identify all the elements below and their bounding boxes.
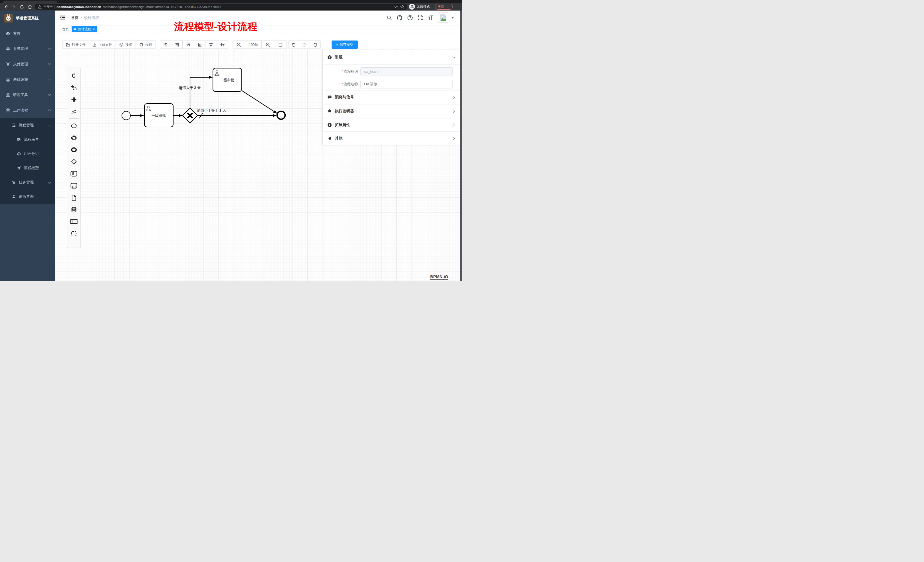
- fullscreen-icon[interactable]: [417, 15, 423, 21]
- task-level1-approve[interactable]: 一级审批: [144, 103, 173, 127]
- align-right-button[interactable]: [171, 40, 183, 49]
- tag-close-icon[interactable]: ×: [93, 28, 95, 31]
- exclusive-gateway[interactable]: [183, 108, 198, 123]
- properties-panel: 常规 *流程标识 oa_leave *流程名称 OA 请假 消息与信号: [323, 50, 460, 145]
- flow-label-le1[interactable]: 请假小于等于 1 天: [197, 108, 226, 112]
- align-center-vertical-button[interactable]: [217, 40, 228, 49]
- sidebar-item-user-group[interactable]: 用户分组: [0, 147, 55, 161]
- align-left-button[interactable]: [160, 40, 171, 49]
- incognito-label: 无痕模式: [417, 4, 430, 9]
- tag-design-process[interactable]: 设计流程 ×: [72, 26, 97, 32]
- section-extended-attributes[interactable]: 扩展属性: [323, 118, 460, 132]
- sidebar-item-process-model[interactable]: 流程模型: [0, 161, 55, 175]
- reload-icon[interactable]: [19, 4, 25, 10]
- process-key-input[interactable]: oa_leave: [360, 67, 453, 76]
- intermediate-event-tool[interactable]: [68, 132, 80, 144]
- font-size-icon[interactable]: [428, 15, 434, 21]
- browser-update-button[interactable]: 更新 ⋮: [435, 4, 453, 10]
- zoom-out-button[interactable]: [232, 40, 245, 49]
- bell-icon: [327, 109, 332, 114]
- redo-button[interactable]: [299, 40, 310, 49]
- end-event[interactable]: [277, 111, 285, 119]
- browser-tab[interactable]: [3, 1, 57, 3]
- folder-icon: [66, 43, 70, 47]
- browser-menu-icon[interactable]: ⋮: [446, 5, 450, 9]
- address-bar[interactable]: 不安全 dashboard.yudao.iocoder.cn/bpm/manag…: [35, 4, 407, 10]
- download-file-button[interactable]: 下载文件: [89, 40, 116, 49]
- align-center-horizontal-button[interactable]: [206, 40, 217, 49]
- app-logo[interactable]: 芋道管理系统: [0, 10, 55, 25]
- chevron-down-icon: [48, 78, 51, 81]
- password-key-icon[interactable]: [394, 4, 398, 9]
- github-icon[interactable]: [397, 15, 403, 21]
- sidebar-item-devtools[interactable]: 研发工具: [0, 87, 55, 103]
- space-tool[interactable]: [68, 94, 80, 106]
- sidebar-item-process-form[interactable]: 流程表单: [0, 132, 55, 147]
- help-icon[interactable]: [407, 15, 413, 21]
- field-process-name: *流程名称 OA 请假: [323, 80, 460, 88]
- process-name-input[interactable]: OA 请假: [360, 80, 453, 88]
- zoom-level[interactable]: 100%: [245, 40, 262, 49]
- sidebar-item-label: 任务管理: [19, 180, 34, 185]
- sidebar-item-system[interactable]: 系统管理: [0, 41, 55, 57]
- sidebar-item-payment[interactable]: 支付管理: [0, 57, 55, 72]
- align-bottom-button[interactable]: [194, 40, 206, 49]
- search-icon[interactable]: [387, 15, 392, 21]
- flow-gateway-to-task2[interactable]: [190, 77, 212, 108]
- end-event-tool[interactable]: [68, 144, 80, 156]
- avatar[interactable]: [438, 12, 448, 23]
- sidebar-item-label: 首页: [13, 31, 21, 36]
- screen: 不安全 dashboard.yudao.iocoder.cn/bpm/manag…: [0, 0, 462, 281]
- subprocess-tool[interactable]: [68, 180, 80, 192]
- start-event[interactable]: [122, 111, 130, 120]
- task-level2-approve[interactable]: 二级审批: [213, 68, 242, 91]
- home-icon[interactable]: [27, 4, 33, 10]
- zoom-in-button[interactable]: [262, 40, 274, 49]
- zoom-reset-button[interactable]: [274, 40, 287, 49]
- breadcrumb-home[interactable]: 首页: [71, 15, 78, 21]
- data-object-tool[interactable]: [68, 192, 80, 204]
- tag-home[interactable]: 首页: [60, 26, 71, 32]
- data-store-tool[interactable]: [68, 204, 80, 216]
- back-icon[interactable]: [3, 4, 9, 10]
- sidebar-item-home[interactable]: 首页: [0, 25, 55, 41]
- sidebar-item-process-management[interactable]: 流程管理: [0, 118, 55, 132]
- user-task-tool[interactable]: [68, 168, 80, 180]
- group-tool[interactable]: [68, 228, 80, 240]
- navbar: 首页 / 设计流程: [55, 10, 462, 25]
- app-title: 芋道管理系统: [16, 16, 39, 21]
- restart-button[interactable]: [310, 40, 321, 49]
- toolbox-icon: [6, 108, 10, 113]
- simulate-button[interactable]: 模拟: [136, 40, 156, 49]
- sidebar-collapse-icon[interactable]: [60, 15, 65, 20]
- sidebar-item-label: 流程管理: [19, 123, 34, 128]
- gateway-tool[interactable]: [68, 156, 80, 168]
- sidebar-item-workflow[interactable]: 工作流程: [0, 103, 55, 118]
- preview-button[interactable]: 预览: [116, 40, 136, 49]
- url-host: dashboard.yudao.iocoder.cn: [57, 5, 101, 9]
- sidebar-item-infrastructure[interactable]: 基础设施: [0, 72, 55, 87]
- bookmark-star-icon[interactable]: [400, 4, 404, 9]
- global-connect-tool[interactable]: [68, 106, 80, 117]
- flow-label-gt3[interactable]: 请假大于 3 天: [179, 86, 201, 90]
- align-top-button[interactable]: [183, 40, 194, 49]
- not-secure-icon: [38, 5, 42, 9]
- start-event-tool[interactable]: [68, 120, 80, 132]
- section-general[interactable]: 常规: [323, 50, 460, 64]
- section-execution-listeners[interactable]: 执行监听器: [323, 104, 460, 118]
- avatar-caret-icon[interactable]: [451, 17, 454, 18]
- window-scrollbar[interactable]: [460, 10, 462, 281]
- open-file-button[interactable]: 打开文件: [62, 40, 89, 49]
- forward-icon[interactable]: [11, 4, 17, 10]
- hand-tool[interactable]: [68, 70, 80, 82]
- breadcrumb-separator: /: [81, 16, 82, 20]
- undo-button[interactable]: [288, 40, 299, 49]
- save-model-button[interactable]: + 保存模型: [332, 40, 358, 49]
- flow-task2-to-end[interactable]: [242, 91, 277, 113]
- section-other[interactable]: 其他: [323, 132, 460, 145]
- section-messages-signals[interactable]: 消息与信号: [323, 90, 460, 104]
- participant-tool[interactable]: [68, 216, 80, 228]
- lasso-tool[interactable]: [68, 82, 80, 94]
- sidebar-item-leave-query[interactable]: 请假查询: [0, 189, 55, 204]
- sidebar-item-task-management[interactable]: 任务管理: [0, 175, 55, 189]
